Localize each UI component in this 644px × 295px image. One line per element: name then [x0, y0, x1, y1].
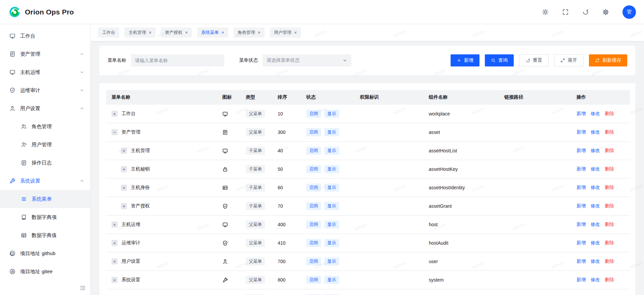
op-delete-link[interactable]: 删除 [605, 129, 614, 135]
collapse-sidebar-icon[interactable] [80, 285, 86, 291]
op-edit-link[interactable]: 修改 [591, 166, 600, 171]
op-delete-link[interactable]: 删除 [605, 203, 614, 208]
tree-expander[interactable]: + [111, 258, 118, 264]
op-edit-link[interactable]: 修改 [591, 185, 600, 190]
settings-icon[interactable] [602, 9, 609, 15]
tab[interactable]: 资产授权× [161, 28, 192, 38]
wrench-icon [9, 178, 15, 184]
sidebar-item[interactable]: 项目地址 github [0, 244, 90, 262]
tab-close-icon[interactable]: × [258, 30, 261, 35]
menu-table: 菜单名称图标类型排序状态权限标识组件名称链接路径操作 +工作台父菜单10启用显示… [106, 90, 630, 295]
tree-expander[interactable]: + [121, 148, 127, 154]
op-edit-link[interactable]: 修改 [591, 148, 600, 153]
storage-icon [9, 51, 15, 57]
tab[interactable]: 主机管理× [125, 28, 155, 38]
tree-expander[interactable]: + [111, 277, 118, 283]
tree-expander[interactable]: − [111, 129, 118, 135]
tree-expander[interactable]: + [111, 222, 118, 228]
add-button[interactable]: 新增 [451, 54, 479, 66]
op-edit-link[interactable]: 修改 [591, 111, 600, 116]
tab-close-icon[interactable]: × [185, 30, 188, 35]
menu-name-input[interactable] [131, 54, 224, 66]
op-add-link[interactable]: 新增 [577, 148, 586, 153]
op-add-link[interactable]: 新增 [577, 258, 586, 264]
sidebar-item[interactable]: 运维审计 [0, 81, 90, 99]
refresh-icon[interactable] [582, 9, 589, 15]
tab[interactable]: 系统菜单× [197, 28, 228, 38]
refresh-cache-button[interactable]: 刷新缓存 [589, 54, 627, 66]
tree-expander[interactable]: + [111, 111, 118, 117]
expand-button-label: 展开 [568, 57, 577, 63]
user-icon [222, 259, 228, 264]
expand-button[interactable]: 展开 [554, 54, 584, 66]
body-row: 工作台资产管理主机运维运维审计用户设置角色管理用户管理操作日志系统设置系统菜单数… [0, 24, 644, 295]
tree-expander[interactable]: + [121, 166, 127, 172]
op-add-link[interactable]: 新增 [577, 111, 586, 116]
sidebar-item[interactable]: 操作日志 [0, 154, 90, 172]
sidebar-item[interactable]: 项目地址 gitee [0, 262, 90, 281]
op-delete-link[interactable]: 删除 [605, 111, 614, 116]
tab[interactable]: 工作台 [98, 28, 119, 38]
op-add-link[interactable]: 新增 [577, 129, 586, 135]
sidebar-item[interactable]: 工作台 [0, 27, 90, 45]
table-row: +系统设置父菜单800启用显示system新增修改删除 [106, 271, 630, 289]
chevron-down-icon [80, 52, 84, 56]
main-area: 工作台主机管理×资产授权×系统菜单×角色管理×用户管理× 菜单名称 菜单状态 请… [91, 24, 644, 295]
op-edit-link[interactable]: 修改 [591, 222, 600, 227]
op-edit-link[interactable]: 修改 [591, 129, 600, 135]
fullscreen-icon[interactable] [562, 9, 569, 15]
tree-expander[interactable]: + [111, 240, 118, 246]
user-avatar[interactable]: 管 [623, 5, 636, 19]
sidebar: 工作台资产管理主机运维运维审计用户设置角色管理用户管理操作日志系统设置系统菜单数… [0, 24, 91, 295]
search-button[interactable]: 查询 [485, 54, 514, 66]
tab-close-icon[interactable]: × [221, 30, 224, 35]
op-delete-link[interactable]: 删除 [605, 258, 614, 264]
theme-toggle-icon[interactable] [542, 9, 549, 15]
app-brand: Orion Ops Pro [8, 6, 74, 18]
sidebar-item[interactable]: 系统菜单 [0, 190, 90, 208]
op-edit-link[interactable]: 修改 [591, 258, 600, 264]
sidebar-item[interactable]: 用户管理 [0, 136, 90, 154]
tab[interactable]: 角色管理× [234, 28, 265, 38]
idcard-icon [222, 185, 228, 191]
order-text: 410 [278, 240, 285, 246]
tab-close-icon[interactable]: × [294, 30, 297, 35]
tab-close-icon[interactable]: × [149, 30, 151, 35]
sidebar-item[interactable]: 主机运维 [0, 63, 90, 81]
status-visible-tag: 显示 [324, 165, 339, 173]
reset-button[interactable]: 重置 [519, 54, 549, 66]
sidebar-item[interactable]: 用户设置 [0, 99, 90, 117]
sidebar-item-label: 项目地址 gitee [20, 268, 53, 275]
op-add-link[interactable]: 新增 [577, 185, 586, 190]
sidebar-item[interactable]: 角色管理 [0, 117, 90, 136]
op-delete-link[interactable]: 删除 [605, 277, 614, 282]
user-settings-icon [21, 142, 27, 148]
users-icon [21, 124, 27, 130]
order-text: 400 [278, 222, 285, 227]
status-enabled-tag: 启用 [306, 257, 321, 265]
op-edit-link[interactable]: 修改 [591, 277, 600, 282]
sidebar-item-label: 系统设置 [20, 178, 40, 184]
op-delete-link[interactable]: 删除 [605, 240, 614, 245]
sidebar-item[interactable]: 数据字典值 [0, 226, 90, 244]
sidebar-item[interactable]: 系统设置 [0, 172, 90, 190]
op-add-link[interactable]: 新增 [577, 277, 586, 282]
sidebar-item[interactable]: 资产管理 [0, 45, 90, 63]
table-row: +主机身份子菜单60启用显示assetHostIdentity新增修改删除 [106, 179, 630, 197]
op-delete-link[interactable]: 删除 [605, 222, 614, 227]
op-edit-link[interactable]: 修改 [591, 240, 600, 245]
op-delete-link[interactable]: 删除 [605, 166, 614, 171]
menu-status-placeholder: 请选择菜单状态 [267, 57, 300, 63]
tree-expander[interactable]: + [121, 203, 127, 209]
op-add-link[interactable]: 新增 [577, 166, 586, 171]
tab[interactable]: 用户管理× [270, 28, 301, 38]
menu-status-select[interactable]: 请选择菜单状态 [263, 54, 351, 66]
op-add-link[interactable]: 新增 [577, 203, 586, 208]
op-add-link[interactable]: 新增 [577, 240, 586, 245]
tree-expander[interactable]: + [121, 185, 127, 191]
op-add-link[interactable]: 新增 [577, 222, 586, 227]
op-edit-link[interactable]: 修改 [591, 203, 600, 208]
op-delete-link[interactable]: 删除 [605, 148, 614, 153]
sidebar-item[interactable]: 数据字典项 [0, 208, 90, 226]
op-delete-link[interactable]: 删除 [605, 185, 614, 190]
